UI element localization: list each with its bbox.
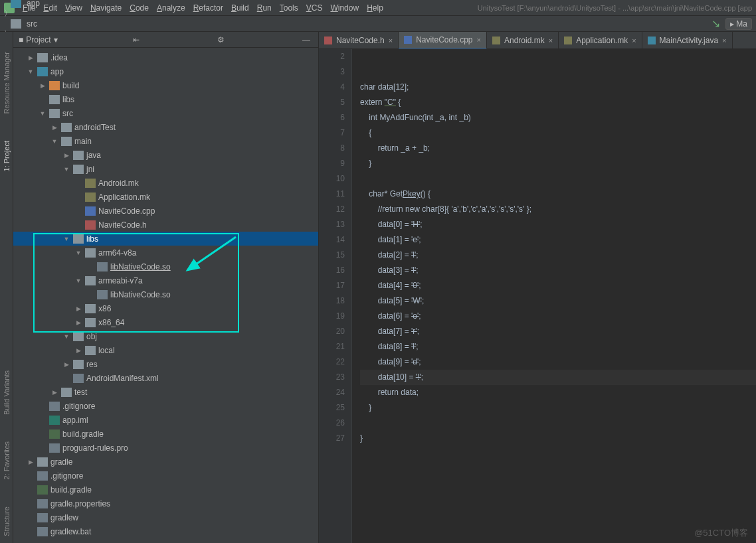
tab-navitecode-cpp[interactable]: NaviteCode.cpp× [399,32,487,49]
run-config-button[interactable]: ▸ Ma [725,18,752,30]
tree-arrow-icon[interactable] [74,250,82,256]
tool-build-variants[interactable]: Build Variants [3,370,11,415]
code-line[interactable]: } [360,156,756,171]
project-tree[interactable]: .ideaappbuildlibssrcandroidTestmainjavaj… [13,48,318,543]
menu-tools[interactable]: Tools [276,2,302,14]
menu-analyze[interactable]: Analyze [153,2,189,14]
code-line[interactable]: return data; [360,385,756,400]
tree-node-build-gradle[interactable]: build.gradle [13,427,318,441]
project-panel-title[interactable]: ■ Project ▾ [19,35,58,44]
tree-node--idea[interactable]: .idea [13,50,318,64]
tree-node-gradlew[interactable]: gradlew [13,510,318,524]
tree-arrow-icon[interactable] [62,152,70,159]
tree-node-res[interactable]: res [13,357,318,371]
tree-node-gradle[interactable]: gradle [13,455,318,469]
close-icon[interactable]: × [389,37,393,44]
tree-arrow-icon[interactable] [50,124,58,131]
menu-code[interactable]: Code [126,2,153,14]
tree-node--gitignore[interactable]: .gitignore [13,399,318,413]
tree-node-local[interactable]: local [13,343,318,357]
tree-node-application-mk[interactable]: Application.mk [13,190,318,204]
tab-android-mk[interactable]: Android.mk× [487,32,559,49]
code-line[interactable] [360,49,756,64]
tree-node-arm64-v8a[interactable]: arm64-v8a [13,246,318,260]
tree-arrow-icon[interactable] [74,305,82,312]
tree-node-build[interactable]: build [13,78,318,92]
tree-arrow-icon[interactable] [27,54,35,61]
tab-application-mk[interactable]: Application.mk× [559,32,642,49]
tree-node-src[interactable]: src [13,106,318,120]
tree-arrow-icon[interactable] [62,166,70,173]
close-icon[interactable]: × [632,37,636,44]
tree-arrow-icon[interactable] [39,110,47,117]
code-line[interactable]: data[1] = 'e'; [360,232,756,248]
tree-node-app[interactable]: app [13,64,318,78]
code-line[interactable]: data[0] = 'H'; [360,217,756,232]
tree-node-android-mk[interactable]: Android.mk [13,176,318,190]
tree-node-x86-64[interactable]: x86_64 [13,315,318,329]
menu-window[interactable]: Window [326,2,363,14]
close-icon[interactable]: × [722,37,726,44]
tree-node-x86[interactable]: x86 [13,301,318,315]
tree-arrow-icon[interactable] [39,82,47,89]
gear-icon[interactable]: ⚙ [215,35,227,44]
crumb-src[interactable]: src [4,19,72,29]
tree-arrow-icon[interactable] [74,277,82,284]
menu-navigate[interactable]: Navigate [86,2,126,14]
tab-mainactivity-java[interactable]: MainActivity.java× [642,32,733,49]
tree-node-libnativecode-so[interactable]: libNativeCode.so [13,287,318,301]
tree-arrow-icon[interactable] [74,319,82,326]
tree-arrow-icon[interactable] [62,361,70,368]
code-line[interactable]: //return new char[8]{ 'a','b','c','a','s… [360,202,756,217]
tree-node-app-iml[interactable]: app.iml [13,413,318,427]
code-line[interactable]: data[8] = 'l'; [360,339,756,354]
tree-arrow-icon[interactable] [62,236,70,242]
tree-node-build-gradle[interactable]: build.gradle [13,483,318,497]
menu-help[interactable]: Help [363,2,387,14]
code-line[interactable] [360,171,756,187]
menu-run[interactable]: Run [253,2,276,14]
code-line[interactable]: } [360,431,756,446]
code-line[interactable]: } [360,400,756,416]
tool-resource-manager[interactable]: Resource Manager [3,52,11,114]
code-line[interactable]: data[5] = 'W'; [360,293,756,309]
tree-arrow-icon[interactable] [62,333,70,340]
tree-node-navitecode-cpp[interactable]: NaviteCode.cpp [13,204,318,218]
tree-node-libs[interactable]: libs [13,232,318,246]
code-line[interactable]: int MyAddFunc(int _a, int _b) [360,110,756,125]
code-body[interactable]: char data[12];extern "C" { int MyAddFunc… [352,49,756,543]
tool-project[interactable]: 1: Project [3,141,11,171]
menu-refactor[interactable]: Refactor [189,2,227,14]
close-icon[interactable]: × [477,36,481,44]
code-line[interactable]: data[7] = 'r'; [360,324,756,339]
tree-node-libs[interactable]: libs [13,92,318,106]
code-line[interactable]: char* GetPkey() { [360,187,756,202]
code-line[interactable]: extern "C" { [360,95,756,110]
tree-arrow-icon[interactable] [74,347,82,354]
code-editor[interactable]: 2345678910111213141516171819202122232425… [319,49,756,543]
tree-node-navitecode-h[interactable]: NaviteCode.h [13,218,318,232]
code-line[interactable]: data[10] = '!'; [360,370,756,385]
tree-node-main[interactable]: main [13,134,318,148]
code-line[interactable]: { [360,125,756,141]
tree-node-jni[interactable]: jni [13,162,318,176]
code-line[interactable] [360,64,756,80]
menu-build[interactable]: Build [227,2,253,14]
tree-node--gitignore[interactable]: .gitignore [13,469,318,483]
tree-arrow-icon[interactable] [27,459,35,465]
tree-arrow-icon[interactable] [50,138,58,145]
hide-icon[interactable]: — [300,35,313,44]
tree-node-proguard-rules-pro[interactable]: proguard-rules.pro [13,441,318,455]
code-line[interactable]: data[6] = 'o'; [360,309,756,324]
crumb-app[interactable]: app [4,0,72,8]
tree-node-gradle-properties[interactable]: gradle.properties [13,497,318,510]
run-icon[interactable]: ↘ [706,17,725,30]
code-line[interactable]: data[3] = 'l'; [360,263,756,278]
tree-node-java[interactable]: java [13,148,318,162]
tree-arrow-icon[interactable] [27,68,35,75]
menu-vcs[interactable]: VCS [302,2,327,14]
tree-node-androidmanifest-xml[interactable]: AndroidManifest.xml [13,371,318,385]
code-line[interactable]: data[2] = 'l'; [360,248,756,263]
tree-node-gradlew-bat[interactable]: gradlew.bat [13,524,318,538]
code-line[interactable]: return _a + _b; [360,141,756,156]
